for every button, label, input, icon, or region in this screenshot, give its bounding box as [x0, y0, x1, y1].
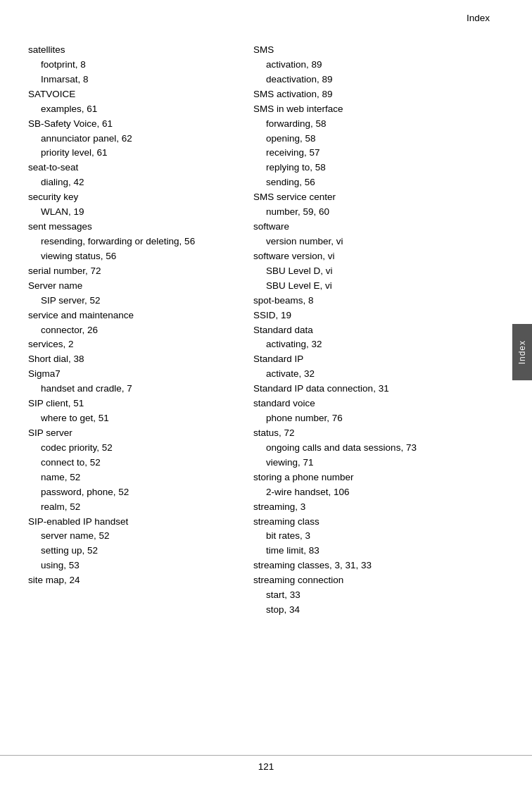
list-item: SBU Level E, vi	[253, 279, 500, 294]
list-item: 2-wire handset, 106	[253, 485, 500, 500]
list-item: forwarding, 58	[253, 117, 500, 132]
list-item: where to get, 51	[28, 411, 232, 426]
list-item: viewing status, 56	[28, 249, 232, 264]
list-item: name, 52	[28, 470, 232, 485]
list-item: security key	[28, 190, 232, 205]
list-item: activating, 32	[253, 337, 500, 352]
list-item: spot-beams, 8	[253, 294, 500, 308]
list-item: connect to, 52	[28, 456, 232, 470]
list-item: realm, 52	[28, 500, 232, 515]
list-item: services, 2	[28, 337, 232, 352]
list-item: activation, 89	[253, 58, 500, 73]
list-item: ongoing calls and data sessions, 73	[253, 441, 500, 456]
page-header: Index	[0, 0, 532, 30]
list-item: WLAN, 19	[28, 205, 232, 220]
left-column: satellitesfootprint, 8Inmarsat, 8SATVOIC…	[28, 43, 246, 618]
list-item: sending, 56	[253, 175, 500, 190]
list-item: SATVOICE	[28, 87, 232, 102]
list-item: Sigma7	[28, 367, 232, 382]
list-item: SB-Safety Voice, 61	[28, 117, 232, 132]
list-item: software version, vi	[253, 249, 500, 264]
list-item: Standard IP data connection, 31	[253, 382, 500, 396]
page-number: 121	[258, 761, 274, 772]
list-item: SIP client, 51	[28, 396, 232, 411]
list-item: handset and cradle, 7	[28, 382, 232, 396]
list-item: SIP server	[28, 426, 232, 441]
list-item: service and maintenance	[28, 308, 232, 323]
side-tab-label: Index	[517, 340, 527, 364]
list-item: password, phone, 52	[28, 485, 232, 500]
list-item: setting up, 52	[28, 544, 232, 558]
list-item: examples, 61	[28, 102, 232, 117]
list-item: Short dial, 38	[28, 352, 232, 367]
list-item: SIP-enabled IP handset	[28, 515, 232, 530]
list-item: software	[253, 220, 500, 235]
list-item: SMS service center	[253, 190, 500, 205]
list-item: activate, 32	[253, 367, 500, 382]
list-item: opening, 58	[253, 132, 500, 146]
list-item: dialing, 42	[28, 175, 232, 190]
list-item: serial number, 72	[28, 264, 232, 279]
list-item: status, 72	[253, 426, 500, 441]
header-title: Index	[467, 13, 490, 23]
list-item: deactivation, 89	[253, 73, 500, 87]
list-item: streaming classes, 3, 31, 33	[253, 558, 500, 573]
list-item: connector, 26	[28, 323, 232, 338]
list-item: seat-to-seat	[28, 161, 232, 175]
index-side-tab: Index	[512, 324, 532, 380]
list-item: phone number, 76	[253, 411, 500, 426]
list-item: SMS in web interface	[253, 102, 500, 117]
list-item: streaming, 3	[253, 500, 500, 515]
list-item: replying to, 58	[253, 161, 500, 175]
list-item: streaming class	[253, 515, 500, 530]
list-item: using, 53	[28, 558, 232, 573]
list-item: footprint, 8	[28, 58, 232, 73]
list-item: viewing, 71	[253, 456, 500, 470]
list-item: standard voice	[253, 396, 500, 411]
list-item: streaming connection	[253, 573, 500, 588]
list-item: version number, vi	[253, 235, 500, 249]
list-item: SMS	[253, 43, 500, 58]
list-item: SBU Level D, vi	[253, 264, 500, 279]
list-item: Standard IP	[253, 352, 500, 367]
list-item: Inmarsat, 8	[28, 73, 232, 87]
list-item: receiving, 57	[253, 146, 500, 161]
right-column: SMSactivation, 89deactivation, 89SMS act…	[246, 43, 500, 618]
list-item: server name, 52	[28, 529, 232, 544]
list-item: sent messages	[28, 220, 232, 235]
list-item: storing a phone number	[253, 470, 500, 485]
list-item: SIP server, 52	[28, 294, 232, 308]
content-area: satellitesfootprint, 8Inmarsat, 8SATVOIC…	[0, 30, 532, 632]
list-item: SSID, 19	[253, 308, 500, 323]
list-item: codec priority, 52	[28, 441, 232, 456]
list-item: Server name	[28, 279, 232, 294]
list-item: annunciator panel, 62	[28, 132, 232, 146]
list-item: site map, 24	[28, 573, 232, 588]
list-item: SMS activation, 89	[253, 87, 500, 102]
list-item: satellites	[28, 43, 232, 58]
page-footer: 121	[0, 755, 532, 772]
list-item: start, 33	[253, 588, 500, 603]
list-item: time limit, 83	[253, 544, 500, 558]
list-item: priority level, 61	[28, 146, 232, 161]
list-item: Standard data	[253, 323, 500, 338]
list-item: stop, 34	[253, 603, 500, 618]
list-item: bit rates, 3	[253, 529, 500, 544]
list-item: resending, forwarding or deleting, 56	[28, 235, 232, 249]
list-item: number, 59, 60	[253, 205, 500, 220]
